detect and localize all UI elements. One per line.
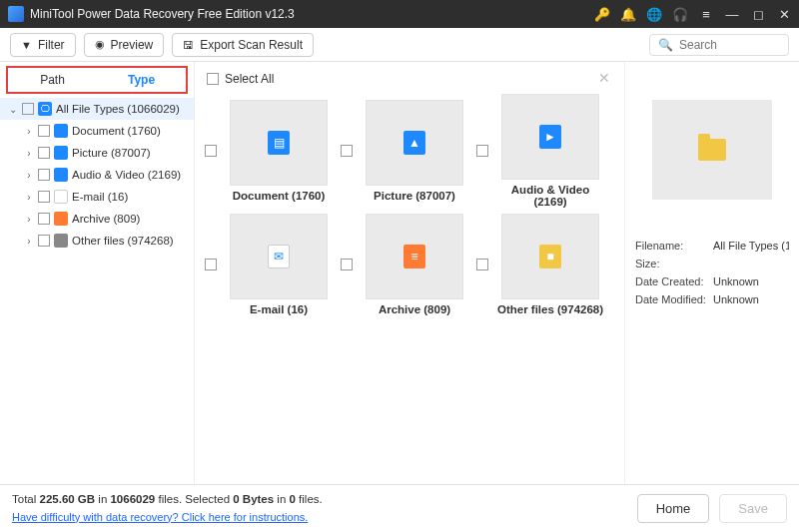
main-area: Path Type ⌄ 🖵 All File Types (1066029) ›… (0, 62, 799, 484)
filter-label: Filter (38, 38, 65, 52)
type-icon: ✉ (268, 245, 290, 268)
thumbnail: ≡ (366, 214, 463, 299)
tree-item[interactable]: ›E-mail (16) (0, 186, 194, 208)
meta-filename-v: All File Types (10660 (713, 240, 789, 252)
grid-cell: ►Audio & Video (2169) (476, 94, 606, 208)
tree-item-label: Picture (87007) (72, 147, 151, 159)
titlebar: MiniTool Power Data Recovery Free Editio… (0, 0, 799, 28)
chevron-right-icon: › (24, 170, 34, 181)
bell-icon[interactable]: 🔔 (621, 7, 635, 21)
checkbox[interactable] (38, 125, 50, 137)
home-button[interactable]: Home (637, 494, 710, 523)
save-button[interactable]: Save (719, 494, 787, 523)
grid-item-label: Other files (974268) (494, 303, 606, 315)
file-tree: ⌄ 🖵 All File Types (1066029) ›Document (… (0, 94, 194, 256)
tree-root[interactable]: ⌄ 🖵 All File Types (1066029) (0, 98, 194, 120)
search-input[interactable] (679, 38, 780, 52)
footer-buttons: Home Save (637, 494, 787, 523)
checkbox[interactable] (476, 145, 488, 157)
chevron-right-icon: › (24, 236, 34, 247)
grid-item-label: Archive (809) (359, 303, 470, 315)
checkbox[interactable] (38, 235, 50, 247)
tab-path[interactable]: Path (8, 68, 97, 92)
center-panel: Select All ✕ ▤Document (1760)▲Picture (8… (195, 62, 624, 484)
close-panel-icon[interactable]: ✕ (598, 70, 610, 86)
grid-item-label: E-mail (16) (223, 303, 335, 315)
grid-item[interactable]: ▤Document (1760) (223, 100, 335, 202)
thumbnail-grid: ▤Document (1760)▲Picture (87007)►Audio &… (205, 94, 614, 315)
tree-item-label: Other files (974268) (72, 235, 174, 247)
thumbnail: ▲ (366, 100, 463, 186)
footer: Total 225.60 GB in 1066029 files. Select… (0, 484, 799, 532)
search-box[interactable]: 🔍 (649, 34, 789, 56)
monitor-icon: 🖵 (38, 102, 52, 116)
grid-item[interactable]: ✉E-mail (16) (223, 214, 335, 315)
checkbox[interactable] (341, 259, 353, 270)
grid-item[interactable]: ≡Archive (809) (359, 214, 470, 315)
grid-item[interactable]: ▲Picture (87007) (359, 100, 470, 202)
checkbox[interactable] (38, 169, 50, 181)
tab-type[interactable]: Type (97, 68, 186, 92)
minimize-icon[interactable]: — (725, 7, 739, 21)
checkbox[interactable] (341, 145, 353, 157)
checkbox[interactable] (22, 103, 34, 115)
chevron-down-icon: ⌄ (8, 104, 18, 115)
thumbnail: ▤ (230, 100, 328, 186)
preview-button[interactable]: ◉Preview (84, 33, 165, 57)
tree-item[interactable]: ›Archive (809) (0, 208, 194, 230)
ic-doc-icon (54, 124, 68, 138)
ic-av-icon (54, 168, 68, 182)
checkbox[interactable] (205, 145, 217, 157)
menu-icon[interactable]: ≡ (699, 7, 713, 21)
sidebar-tabs: Path Type (6, 66, 188, 94)
meta-filename-k: Filename: (635, 240, 713, 252)
type-icon: ■ (539, 245, 561, 268)
checkbox[interactable] (38, 213, 50, 225)
grid-item[interactable]: ■Other files (974268) (494, 214, 606, 315)
checkbox[interactable] (38, 191, 50, 203)
sidebar: Path Type ⌄ 🖵 All File Types (1066029) ›… (0, 62, 195, 484)
meta-modified-k: Date Modified: (635, 293, 713, 305)
type-icon: ▤ (268, 131, 290, 155)
detail-panel: Filename:All File Types (10660 Size: Dat… (624, 62, 799, 484)
checkbox[interactable] (205, 259, 217, 270)
export-button[interactable]: 🖫Export Scan Result (172, 33, 314, 57)
select-all-checkbox[interactable] (207, 73, 219, 85)
grid-cell: ▲Picture (87007) (341, 94, 470, 208)
globe-icon[interactable]: 🌐 (647, 7, 661, 21)
grid-item-label: Picture (87007) (359, 190, 470, 202)
grid-item[interactable]: ►Audio & Video (2169) (494, 94, 606, 208)
key-icon[interactable]: 🔑 (595, 7, 609, 21)
grid-item-label: Audio & Video (2169) (494, 184, 606, 208)
meta-size-k: Size: (635, 258, 713, 269)
meta-size-v (713, 258, 789, 269)
ic-pic-icon (54, 146, 68, 160)
ic-arch-icon (54, 212, 68, 226)
checkbox[interactable] (476, 259, 488, 270)
detail-preview (652, 100, 772, 200)
export-label: Export Scan Result (200, 38, 303, 52)
grid-cell: ≡Archive (809) (341, 214, 470, 315)
maximize-icon[interactable]: ◻ (751, 7, 765, 21)
type-icon: ▲ (403, 131, 425, 155)
title-icons: 🔑 🔔 🌐 🎧 ≡ — ◻ ✕ (595, 7, 791, 21)
filter-button[interactable]: ▼Filter (10, 33, 76, 57)
thumbnail: ► (501, 94, 599, 180)
footer-status: Total 225.60 GB in 1066029 files. Select… (12, 491, 323, 526)
help-link[interactable]: Have difficulty with data recovery? Clic… (12, 511, 308, 523)
grid-cell: ■Other files (974268) (476, 214, 606, 315)
close-icon[interactable]: ✕ (777, 7, 791, 21)
checkbox[interactable] (38, 147, 50, 159)
tree-item[interactable]: ›Document (1760) (0, 120, 194, 142)
tree-item-label: Archive (809) (72, 213, 140, 225)
toolbar: ▼Filter ◉Preview 🖫Export Scan Result 🔍 (0, 28, 799, 62)
tree-item[interactable]: ›Picture (87007) (0, 142, 194, 164)
tree-item[interactable]: ›Audio & Video (2169) (0, 164, 194, 186)
meta-created-k: Date Created: (635, 275, 713, 287)
headset-icon[interactable]: 🎧 (673, 7, 687, 21)
tree-item[interactable]: ›Other files (974268) (0, 230, 194, 252)
detail-meta: Filename:All File Types (10660 Size: Dat… (635, 240, 789, 311)
chevron-right-icon: › (24, 126, 34, 137)
type-icon: ► (539, 125, 561, 149)
chevron-right-icon: › (24, 192, 34, 203)
